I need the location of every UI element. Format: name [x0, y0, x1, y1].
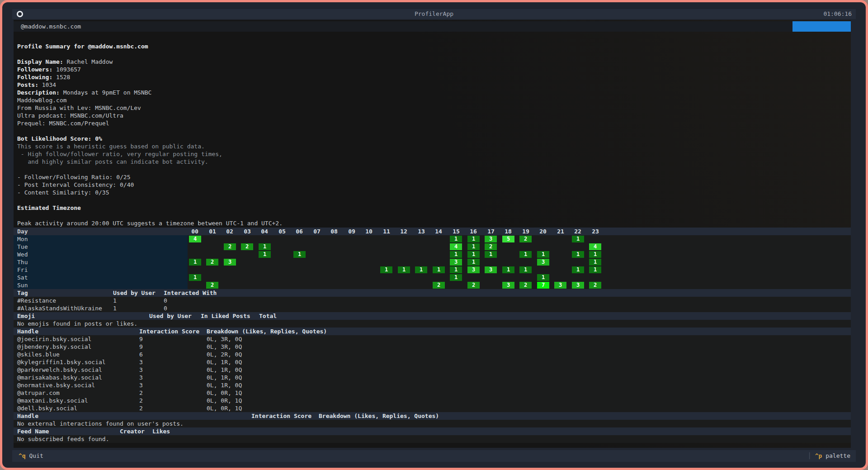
interaction-row-cell: 3	[139, 374, 143, 381]
external-empty-row: No external interactions found on user's…	[14, 420, 851, 427]
text-line: - Follower/Following Ratio: 0/25	[17, 173, 130, 181]
heatmap-row-sat[interactable]: Sat111	[14, 274, 851, 281]
heatmap-cell: 3	[485, 266, 497, 273]
interaction-row[interactable]: @kylegriffin1.bsky.social30L, 1R, 0Q	[14, 358, 851, 366]
interaction-row-cell: 3	[139, 381, 143, 389]
heatmap-cell: 1	[450, 251, 462, 258]
heatmap-day-label: Mon	[17, 235, 28, 243]
palette-shortcut[interactable]: │^p palette	[808, 450, 850, 462]
heatmap-cell: 3	[572, 282, 584, 289]
text-line: - Content Similarity: 0/35	[17, 189, 109, 196]
heatmap-cell: 3	[502, 282, 514, 289]
heatmap-cell: 1	[380, 266, 392, 273]
heatmap-cell: 1	[537, 274, 549, 281]
interaction-row-cell: 2	[139, 397, 143, 404]
text-line: Bot Likelihood Score: 0%	[17, 135, 102, 142]
emoji-used-col-header: Used by User	[149, 312, 192, 320]
heatmap-day-header: Day	[17, 228, 28, 235]
tag-row[interactable]: #Resistance10	[14, 297, 851, 304]
submit-button[interactable]	[793, 21, 851, 32]
heatmap-day-label: Fri	[17, 266, 28, 274]
feed-likes-col-header: Likes	[152, 427, 170, 435]
heatmap-cell: 2	[485, 243, 497, 250]
heatmap-cell: 4	[189, 236, 201, 242]
text-segment: 1528	[52, 74, 70, 81]
heatmap-hour-header: 04	[258, 228, 271, 235]
interaction-row-cell: 2	[139, 389, 143, 397]
text-segment: Peak activity around 20:00 UTC suggests …	[17, 220, 283, 227]
handle-search-input[interactable]	[14, 21, 793, 32]
text-segment: and highly similar posts can indicate bo…	[17, 158, 208, 165]
interaction-row-cell: @skiles.blue	[17, 351, 60, 358]
interaction-row-cell: 6	[139, 351, 143, 358]
app-title: ProfilerApp	[12, 9, 856, 19]
text-segment: Rachel Maddow	[63, 58, 113, 65]
window-frame: ProfilerApp 01:06:16 Profile Summary for…	[0, 0, 868, 470]
heatmap-row-tue[interactable]: Tue2214124	[14, 243, 851, 251]
text-segment: Posts:	[17, 81, 38, 88]
heatmap-cell: 2	[224, 243, 236, 250]
interaction-row-cell: 9	[139, 335, 143, 343]
heatmap-day-label: Sun	[17, 281, 28, 289]
interaction-row[interactable]: @jbendery.bsky.social90L, 3R, 0Q	[14, 343, 851, 351]
heatmap-cell: 5	[502, 236, 514, 242]
tag-col-header: Tag	[17, 289, 28, 297]
text-segment: Description:	[17, 89, 60, 96]
interaction-row-cell: 0L, 2R, 0Q	[207, 351, 242, 358]
interaction-row[interactable]: @maxtani.bsky.social20L, 0R, 1Q	[14, 397, 851, 404]
breakdown-col-header: Breakdown (Likes, Replies, Quotes)	[207, 328, 327, 335]
text-segment: Followers:	[17, 66, 52, 73]
interaction-row[interactable]: @joecirin.bsky.social90L, 3R, 0Q	[14, 335, 851, 343]
heatmap-cell: 2	[589, 282, 601, 289]
heatmap-row-mon[interactable]: Mon4113521	[14, 235, 851, 243]
emoji-col-header: Emoji	[17, 312, 35, 320]
interaction-row[interactable]: @dell.bsky.social20L, 0R, 1Q	[14, 404, 851, 412]
heatmap-cell: 3	[537, 259, 549, 266]
text-segment: Mondays at 9pmET on MSNBC	[60, 89, 152, 96]
quit-shortcut[interactable]: ^q Quit	[19, 450, 43, 462]
external-score-col-header: Interaction Score	[251, 412, 311, 420]
interaction-row[interactable]: @normative.bsky.social30L, 1R, 0Q	[14, 381, 851, 389]
feed-name-col-header: Feed Name	[17, 427, 49, 435]
terminal-content: Profile Summary for @maddow.msnbc.comDis…	[14, 20, 851, 448]
heatmap-cell: 1	[450, 266, 462, 273]
palette-label-text: palette	[826, 452, 850, 459]
heatmap-hour-header: 23	[589, 228, 602, 235]
heatmap-cell: 1	[259, 251, 271, 258]
text-segment: From Russia with Lev: MSNBC.com/Lev	[17, 104, 141, 111]
text-segment: Bot Likelihood Score: 0%	[17, 135, 102, 142]
heatmap-row-thu[interactable]: Thu1233131	[14, 258, 851, 266]
interaction-row[interactable]: @skiles.blue60L, 2R, 0Q	[14, 351, 851, 358]
text-segment: Following:	[17, 74, 52, 81]
interaction-row[interactable]: @marisakabas.bsky.social30L, 1R, 0Q	[14, 374, 851, 381]
text-segment: 1093657	[52, 66, 81, 73]
heatmap-row-wed[interactable]: Wed111111111	[14, 251, 851, 258]
text-line: Posts: 1034	[17, 81, 56, 89]
text-line: - Post Interval Consistency: 0/40	[17, 181, 134, 189]
interaction-row-cell: 2	[139, 404, 143, 412]
heatmap-cell: 3	[450, 259, 462, 266]
tag-table-header: Tag Used by User Interacted With	[14, 289, 851, 297]
heatmap-row-fri[interactable]: Fri11111331111	[14, 266, 851, 274]
heatmap-day-cell	[14, 235, 188, 243]
text-segment: Prequel: MSNBC.com/Prequel	[17, 120, 109, 127]
interaction-row[interactable]: @parkerwelch.bsky.social30L, 1R, 0Q	[14, 366, 851, 374]
interactions-table-header: Handle Interaction Score Breakdown (Like…	[14, 328, 851, 335]
heatmap-hour-header: 06	[292, 228, 306, 235]
handle-col-header: Handle	[17, 328, 38, 335]
heatmap-cell: 3	[485, 236, 497, 242]
interaction-row-cell: 0L, 1R, 0Q	[207, 358, 242, 366]
interaction-row[interactable]: @atrupar.com20L, 0R, 1Q	[14, 389, 851, 397]
quit-label-text: Quit	[29, 452, 43, 459]
heatmap-cell: 1	[398, 266, 410, 273]
heatmap-cell: 1	[293, 251, 306, 258]
tag-row[interactable]: #AlaskaStandsWithUkraine10	[14, 304, 851, 312]
heatmap-hour-header: 01	[206, 228, 219, 235]
emoji-empty-message: No emojis found in posts or likes.	[17, 320, 137, 328]
palette-key: ^p	[815, 452, 822, 459]
interaction-row-cell: @kylegriffin1.bsky.social	[17, 358, 106, 366]
heatmap-hour-header: 10	[362, 228, 376, 235]
heatmap-cell: 1	[572, 236, 584, 242]
heatmap-cell: 1	[519, 266, 532, 273]
heatmap-row-sun[interactable]: Sun222327332	[14, 281, 851, 289]
